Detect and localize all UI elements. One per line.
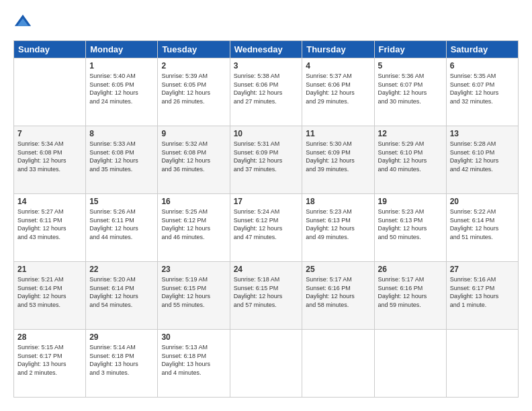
- day-cell: 19Sunrise: 5:23 AM Sunset: 6:13 PM Dayli…: [374, 194, 446, 262]
- day-info: Sunrise: 5:35 AM Sunset: 6:07 PM Dayligh…: [450, 72, 515, 105]
- day-number: 24: [234, 265, 299, 274]
- day-number: 21: [17, 265, 82, 274]
- day-cell: [230, 330, 302, 398]
- day-number: 19: [378, 197, 443, 206]
- day-cell: 3Sunrise: 5:38 AM Sunset: 6:06 PM Daylig…: [230, 58, 302, 126]
- day-number: 7: [17, 129, 82, 138]
- day-info: Sunrise: 5:17 AM Sunset: 6:16 PM Dayligh…: [306, 275, 370, 309]
- day-cell: 4Sunrise: 5:37 AM Sunset: 6:06 PM Daylig…: [302, 58, 374, 126]
- day-number: 17: [234, 197, 299, 206]
- day-info: Sunrise: 5:40 AM Sunset: 6:05 PM Dayligh…: [89, 72, 154, 105]
- day-cell: 23Sunrise: 5:19 AM Sunset: 6:15 PM Dayli…: [158, 262, 230, 330]
- col-friday: Friday: [374, 41, 446, 58]
- calendar-header-row: Sunday Monday Tuesday Wednesday Thursday…: [14, 41, 519, 58]
- day-cell: 22Sunrise: 5:20 AM Sunset: 6:14 PM Dayli…: [86, 262, 158, 330]
- day-number: 3: [234, 61, 299, 71]
- day-info: Sunrise: 5:17 AM Sunset: 6:16 PM Dayligh…: [378, 275, 443, 309]
- day-cell: 2Sunrise: 5:39 AM Sunset: 6:05 PM Daylig…: [158, 58, 230, 126]
- day-number: 30: [161, 332, 226, 342]
- day-number: 2: [161, 61, 226, 71]
- day-info: Sunrise: 5:36 AM Sunset: 6:07 PM Dayligh…: [378, 72, 443, 105]
- day-cell: 27Sunrise: 5:16 AM Sunset: 6:17 PM Dayli…: [446, 262, 518, 330]
- day-cell: 5Sunrise: 5:36 AM Sunset: 6:07 PM Daylig…: [374, 58, 446, 126]
- day-info: Sunrise: 5:13 AM Sunset: 6:18 PM Dayligh…: [161, 343, 226, 377]
- day-info: Sunrise: 5:15 AM Sunset: 6:17 PM Dayligh…: [17, 343, 82, 377]
- col-saturday: Saturday: [446, 41, 518, 58]
- day-cell: 20Sunrise: 5:22 AM Sunset: 6:14 PM Dayli…: [446, 194, 518, 262]
- day-cell: [446, 330, 518, 398]
- day-number: 14: [17, 197, 82, 206]
- page: Sunday Monday Tuesday Wednesday Thursday…: [0, 0, 532, 411]
- day-info: Sunrise: 5:38 AM Sunset: 6:06 PM Dayligh…: [234, 72, 299, 105]
- day-info: Sunrise: 5:23 AM Sunset: 6:13 PM Dayligh…: [306, 208, 370, 241]
- day-number: 18: [306, 197, 370, 206]
- week-row-5: 28Sunrise: 5:15 AM Sunset: 6:17 PM Dayli…: [14, 330, 519, 398]
- day-info: Sunrise: 5:26 AM Sunset: 6:11 PM Dayligh…: [89, 208, 154, 241]
- col-sunday: Sunday: [14, 41, 86, 58]
- day-number: 4: [306, 61, 370, 71]
- day-number: 9: [161, 129, 226, 138]
- week-row-4: 21Sunrise: 5:21 AM Sunset: 6:14 PM Dayli…: [14, 262, 519, 330]
- day-cell: 16Sunrise: 5:25 AM Sunset: 6:12 PM Dayli…: [158, 194, 230, 262]
- day-info: Sunrise: 5:19 AM Sunset: 6:15 PM Dayligh…: [161, 275, 226, 309]
- day-cell: 25Sunrise: 5:17 AM Sunset: 6:16 PM Dayli…: [302, 262, 374, 330]
- day-number: 28: [17, 332, 82, 342]
- day-number: 6: [450, 61, 515, 71]
- day-cell: 29Sunrise: 5:14 AM Sunset: 6:18 PM Dayli…: [86, 330, 158, 398]
- day-info: Sunrise: 5:30 AM Sunset: 6:09 PM Dayligh…: [306, 140, 370, 173]
- day-number: 27: [450, 265, 515, 274]
- day-number: 1: [89, 61, 154, 71]
- week-row-2: 7Sunrise: 5:34 AM Sunset: 6:08 PM Daylig…: [14, 126, 519, 194]
- day-number: 22: [89, 265, 154, 274]
- day-info: Sunrise: 5:39 AM Sunset: 6:05 PM Dayligh…: [161, 72, 226, 105]
- week-row-3: 14Sunrise: 5:27 AM Sunset: 6:11 PM Dayli…: [14, 194, 519, 262]
- day-info: Sunrise: 5:20 AM Sunset: 6:14 PM Dayligh…: [89, 275, 154, 309]
- day-info: Sunrise: 5:33 AM Sunset: 6:08 PM Dayligh…: [89, 140, 154, 173]
- day-cell: 24Sunrise: 5:18 AM Sunset: 6:15 PM Dayli…: [230, 262, 302, 330]
- day-cell: 18Sunrise: 5:23 AM Sunset: 6:13 PM Dayli…: [302, 194, 374, 262]
- day-number: 25: [306, 265, 370, 274]
- day-number: 23: [161, 265, 226, 274]
- day-cell: [14, 58, 86, 126]
- day-number: 8: [89, 129, 154, 138]
- week-row-1: 1Sunrise: 5:40 AM Sunset: 6:05 PM Daylig…: [14, 58, 519, 126]
- day-cell: 12Sunrise: 5:29 AM Sunset: 6:10 PM Dayli…: [374, 126, 446, 194]
- day-number: 11: [306, 129, 370, 138]
- day-cell: 7Sunrise: 5:34 AM Sunset: 6:08 PM Daylig…: [14, 126, 86, 194]
- day-info: Sunrise: 5:28 AM Sunset: 6:10 PM Dayligh…: [450, 140, 515, 173]
- day-info: Sunrise: 5:21 AM Sunset: 6:14 PM Dayligh…: [17, 275, 82, 309]
- day-info: Sunrise: 5:31 AM Sunset: 6:09 PM Dayligh…: [234, 140, 299, 173]
- calendar-table: Sunday Monday Tuesday Wednesday Thursday…: [13, 40, 519, 398]
- day-cell: 8Sunrise: 5:33 AM Sunset: 6:08 PM Daylig…: [86, 126, 158, 194]
- logo-icon: [13, 13, 32, 32]
- col-thursday: Thursday: [302, 41, 374, 58]
- day-cell: 1Sunrise: 5:40 AM Sunset: 6:05 PM Daylig…: [86, 58, 158, 126]
- day-info: Sunrise: 5:18 AM Sunset: 6:15 PM Dayligh…: [234, 275, 299, 309]
- header: [13, 13, 519, 32]
- day-cell: 14Sunrise: 5:27 AM Sunset: 6:11 PM Dayli…: [14, 194, 86, 262]
- day-cell: 15Sunrise: 5:26 AM Sunset: 6:11 PM Dayli…: [86, 194, 158, 262]
- day-cell: 11Sunrise: 5:30 AM Sunset: 6:09 PM Dayli…: [302, 126, 374, 194]
- day-number: 12: [378, 129, 443, 138]
- day-number: 16: [161, 197, 226, 206]
- day-info: Sunrise: 5:37 AM Sunset: 6:06 PM Dayligh…: [306, 72, 370, 105]
- day-cell: 26Sunrise: 5:17 AM Sunset: 6:16 PM Dayli…: [374, 262, 446, 330]
- day-info: Sunrise: 5:14 AM Sunset: 6:18 PM Dayligh…: [89, 343, 154, 377]
- day-number: 20: [450, 197, 515, 206]
- day-cell: 9Sunrise: 5:32 AM Sunset: 6:08 PM Daylig…: [158, 126, 230, 194]
- day-cell: [374, 330, 446, 398]
- col-tuesday: Tuesday: [158, 41, 230, 58]
- day-cell: 13Sunrise: 5:28 AM Sunset: 6:10 PM Dayli…: [446, 126, 518, 194]
- day-number: 5: [378, 61, 443, 71]
- col-monday: Monday: [86, 41, 158, 58]
- day-number: 29: [89, 332, 154, 342]
- day-cell: 17Sunrise: 5:24 AM Sunset: 6:12 PM Dayli…: [230, 194, 302, 262]
- day-info: Sunrise: 5:24 AM Sunset: 6:12 PM Dayligh…: [234, 208, 299, 241]
- day-number: 26: [378, 265, 443, 274]
- day-cell: [302, 330, 374, 398]
- day-number: 10: [234, 129, 299, 138]
- day-info: Sunrise: 5:27 AM Sunset: 6:11 PM Dayligh…: [17, 208, 82, 241]
- day-number: 13: [450, 129, 515, 138]
- day-number: 15: [89, 197, 154, 206]
- day-cell: 28Sunrise: 5:15 AM Sunset: 6:17 PM Dayli…: [14, 330, 86, 398]
